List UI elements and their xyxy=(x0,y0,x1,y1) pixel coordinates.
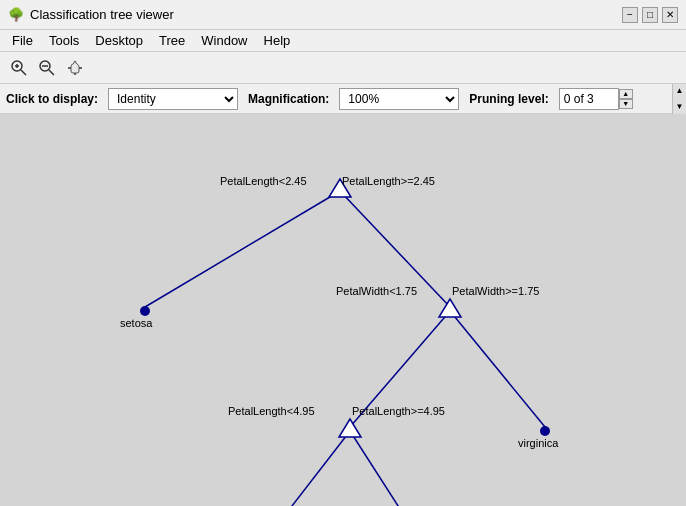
edge-n2-n4 xyxy=(450,311,545,427)
menu-window[interactable]: Window xyxy=(193,31,255,50)
zoom-out-button[interactable] xyxy=(34,55,60,81)
pruning-label: Pruning level: xyxy=(469,92,548,106)
maximize-button[interactable]: □ xyxy=(642,7,658,23)
pruning-up-button[interactable]: ▲ xyxy=(619,89,633,99)
leaf-setosa xyxy=(140,306,150,316)
edge-root-n1 xyxy=(145,191,340,307)
title-bar: 🌳 Classification tree viewer − □ ✕ xyxy=(0,0,686,30)
display-label: Click to display: xyxy=(6,92,98,106)
menu-bar: File Tools Desktop Tree Window Help xyxy=(0,30,686,52)
root-label-right: PetalLength>=2.45 xyxy=(342,175,435,187)
tree-canvas: PetalLength<2.45 PetalLength>=2.45 setos… xyxy=(0,114,686,506)
leaf-virginica-right xyxy=(540,426,550,436)
menu-file[interactable]: File xyxy=(4,31,41,50)
magnification-select[interactable]: 100% xyxy=(339,88,459,110)
edge-n3-n6 xyxy=(350,431,418,506)
menu-tree[interactable]: Tree xyxy=(151,31,193,50)
display-select[interactable]: Identity xyxy=(108,88,238,110)
menu-desktop[interactable]: Desktop xyxy=(87,31,151,50)
app-icon: 🌳 xyxy=(8,7,24,22)
window-controls: − □ ✕ xyxy=(622,7,678,23)
root-label-left: PetalLength<2.45 xyxy=(220,175,307,187)
n2-label-right: PetalWidth>=1.75 xyxy=(452,285,539,297)
pruning-value: 0 of 3 xyxy=(559,88,619,110)
magnification-label: Magnification: xyxy=(248,92,329,106)
controls-bar: Click to display: Identity Magnification… xyxy=(0,84,686,114)
close-button[interactable]: ✕ xyxy=(662,7,678,23)
svg-line-5 xyxy=(49,70,54,75)
controls-scrollbar[interactable]: ▲ ▼ xyxy=(672,84,686,114)
minimize-button[interactable]: − xyxy=(622,7,638,23)
zoom-in-button[interactable] xyxy=(6,55,32,81)
label-virginica-right: virginica xyxy=(518,437,559,449)
svg-line-1 xyxy=(21,70,26,75)
pruning-down-button[interactable]: ▼ xyxy=(619,99,633,109)
label-setosa: setosa xyxy=(120,317,153,329)
pruning-spinner[interactable]: ▲ ▼ xyxy=(619,89,633,109)
pan-button[interactable] xyxy=(62,55,88,81)
node-n2 xyxy=(439,299,461,317)
menu-help[interactable]: Help xyxy=(256,31,299,50)
tree-svg: PetalLength<2.45 PetalLength>=2.45 setos… xyxy=(0,114,686,506)
menu-tools[interactable]: Tools xyxy=(41,31,87,50)
toolbar xyxy=(0,52,686,84)
edge-n3-n5 xyxy=(268,431,350,506)
n3-label-right: PetalLength>=4.95 xyxy=(352,405,445,417)
n3-label-left: PetalLength<4.95 xyxy=(228,405,315,417)
title-text: Classification tree viewer xyxy=(30,7,174,22)
node-n3 xyxy=(339,419,361,437)
n2-label-left: PetalWidth<1.75 xyxy=(336,285,417,297)
